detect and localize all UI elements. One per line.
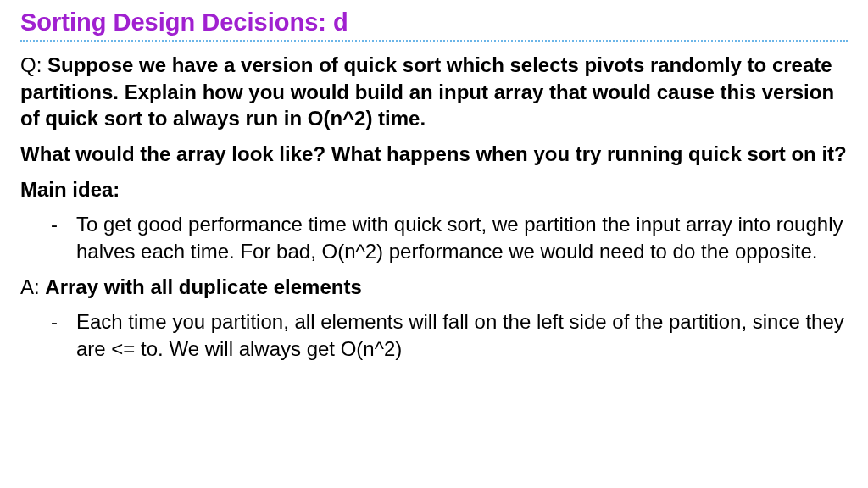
answer-list: Each time you partition, all elements wi… xyxy=(20,308,848,362)
main-idea-list: To get good performance time with quick … xyxy=(20,211,848,264)
a-label: A: xyxy=(20,275,45,298)
main-idea-label: Main idea: xyxy=(20,176,848,203)
list-item: Each time you partition, all elements wi… xyxy=(51,308,848,362)
list-item: To get good performance time with quick … xyxy=(51,211,848,264)
answer-paragraph: A: Array with all duplicate elements xyxy=(20,274,848,301)
title-divider xyxy=(20,40,848,42)
question-paragraph: Q: Suppose we have a version of quick so… xyxy=(20,52,848,132)
answer-heading: Array with all duplicate elements xyxy=(45,275,361,298)
followup-question: What would the array look like? What hap… xyxy=(20,141,848,168)
q-label: Q: xyxy=(20,53,47,76)
question-text: Suppose we have a version of quick sort … xyxy=(20,53,834,130)
slide-title: Sorting Design Decisions: d xyxy=(20,8,848,36)
